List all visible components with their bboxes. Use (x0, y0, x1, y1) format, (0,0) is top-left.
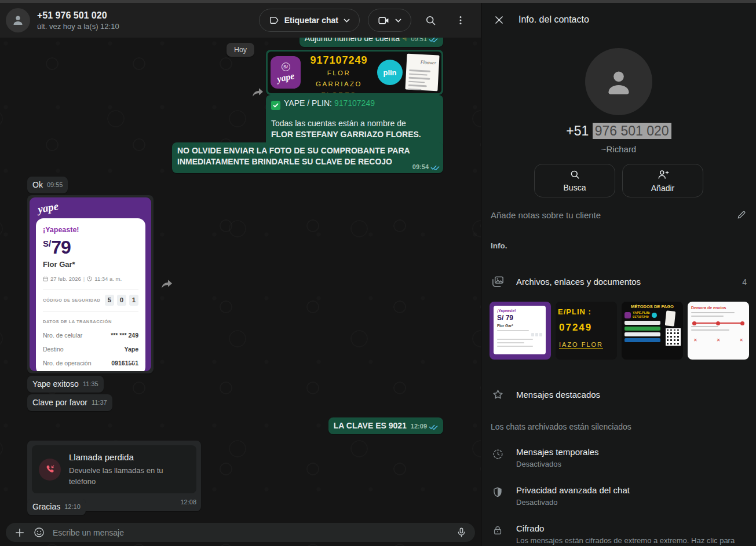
decor-line (408, 77, 430, 79)
search-icon (425, 14, 437, 27)
decor-line (691, 312, 735, 313)
yape-brand-logo: yape (37, 200, 60, 215)
contact-info-header: Info. del contacto (481, 3, 756, 36)
message-sent-payment-banner[interactable]: S/ yape YAPE/PLIN : 917107249 FLOR GARRI… (266, 50, 443, 95)
contact-avatar-large[interactable] (585, 48, 652, 115)
forward-message-icon[interactable] (160, 279, 173, 290)
price-list-paper: Floower (405, 54, 439, 91)
media-thumb-yape-receipt[interactable]: ¡Yapeaste! S/ 79 Flor Gar* (490, 302, 551, 360)
thumb-line: IAZO FLOR (559, 341, 603, 349)
video-call-button[interactable] (368, 9, 411, 32)
message-input[interactable] (53, 528, 448, 537)
receipt-card: ¡Yapeaste! S/79 Flor Gar* 27 feb. 2026 |… (36, 218, 145, 371)
message-time: 09:51 (411, 38, 427, 45)
media-links-docs-row[interactable]: Archivos, enlaces y documentos 4 (491, 275, 747, 288)
search-contact-button[interactable]: Busca (534, 164, 615, 197)
banner-holder-name: FLOR GARRIAZO FLORES (304, 68, 374, 94)
close-panel-button[interactable] (492, 13, 506, 27)
double-check-icon (429, 424, 438, 430)
starred-messages-row[interactable]: Mensajes destacados (491, 389, 747, 401)
message-received-ok[interactable]: Ok 09:55 (27, 177, 68, 193)
receipt-row: Nro. de celular*** *** 249 (43, 330, 138, 341)
yape-s-badge: S/ (282, 63, 290, 71)
chat-header[interactable]: +51 976 501 020 últ. vez hoy a la(s) 12:… (0, 3, 481, 38)
kebab-menu-icon (455, 14, 466, 26)
setting-subtitle: Desactivados (516, 459, 599, 470)
forward-message-icon[interactable] (251, 87, 264, 98)
decor-line (408, 80, 425, 83)
setting-title: Mensajes temporales (516, 447, 599, 457)
missed-call-icon (39, 459, 61, 481)
yape-plin-banner-image[interactable]: S/ yape YAPE/PLIN : 917107249 FLOR GARRI… (268, 52, 441, 93)
decor-line (408, 85, 427, 87)
add-button-label: Añadir (651, 184, 674, 193)
message-text: Clave por favor (32, 397, 87, 408)
search-in-chat-button[interactable] (419, 9, 441, 31)
setting-texts: Mensajes temporales Desactivados (516, 447, 599, 470)
message-received-yape-exitoso[interactable]: Yape exitoso 11:35 (27, 376, 104, 393)
paper-title: Floower (409, 56, 436, 68)
media-thumb-demora-envios[interactable]: Demora de envíos ✕✕✕ (688, 302, 749, 360)
label-chat-button[interactable]: Etiquetar chat (259, 9, 360, 32)
yape-receipt-image[interactable]: yape ¡Yapeaste! S/79 Flor Gar* 27 feb. 2… (30, 197, 151, 371)
emoji-icon[interactable] (33, 526, 45, 538)
media-thumb-yape-plin-banner[interactable]: E/PLIN : 07249 IAZO FLOR (556, 302, 617, 360)
divider (43, 290, 138, 290)
add-contact-button[interactable]: Añadir (622, 164, 703, 197)
date-divider: Hoy (227, 43, 254, 57)
media-thumb-metodos-de-pago[interactable]: MÉTODOS DE PAGO YAPE.PLIN:917107249 (622, 302, 683, 360)
setting-subtitle: Desactivado (516, 497, 630, 508)
message-text: Gracias (32, 501, 60, 512)
phone-prefix: +51 (566, 123, 589, 138)
chat-header-texts[interactable]: +51 976 501 020 últ. vez hoy a la(s) 12:… (37, 10, 259, 31)
thumb-title: MÉTODOS DE PAGO (624, 304, 680, 309)
message-sent-account-note[interactable]: Adjunto número de cuenta ☟ 09:51 (300, 38, 443, 47)
receipt-row: Nro. de operación09161501 (43, 358, 138, 369)
shield-icon (491, 485, 505, 508)
thumb-line: 07249 (559, 322, 617, 334)
message-meta: 09:51 (411, 38, 438, 45)
chat-header-actions: Etiquetar chat (259, 9, 472, 32)
banner-phone-number: 917107249 (304, 55, 374, 66)
disappearing-messages-row[interactable]: Mensajes temporales Desactivados (491, 447, 747, 470)
missed-call-box[interactable]: Llamada perdida Devuelve las llamadas en… (32, 445, 196, 493)
message-sent-reminder[interactable]: NO OLVIDE ENVIAR LA FOTO DE SU COMPROBAN… (172, 142, 443, 173)
message-received-gracias[interactable]: Gracias 12:10 (27, 499, 86, 515)
receipt-security-row: CÓDIGO DE SEGURIDAD 501 (43, 295, 138, 306)
message-received-yape-receipt[interactable]: yape ¡Yapeaste! S/79 Flor Gar* 27 feb. 2… (27, 195, 154, 373)
lock-icon (491, 523, 505, 546)
decor-line (497, 330, 529, 331)
message-line-2: Todas las cuentas están a nombre de (271, 118, 438, 129)
message-meta: 09:54 (412, 162, 440, 173)
message-text: NO OLVIDE ENVIAR LA FOTO DE SU COMPROBAN… (177, 146, 410, 166)
notes-placeholder: Añade notas sobre tu cliente (491, 210, 601, 220)
message-text: Adjunto número de cuenta ☟ (305, 38, 407, 44)
advanced-privacy-row[interactable]: Privacidad avanzada del chat Desactivado (491, 485, 747, 508)
message-list[interactable]: Adjunto número de cuenta ☟ 09:51 Hoy S/ … (0, 38, 481, 521)
info-section-label: Info. (491, 241, 747, 250)
chat-menu-button[interactable] (450, 9, 472, 31)
attach-plus-icon[interactable] (14, 527, 25, 538)
decor-line (691, 316, 724, 317)
message-time: 11:34 (129, 356, 145, 367)
message-input-bar[interactable] (6, 523, 475, 542)
decor-line (497, 339, 533, 340)
message-received-clave-por-favor[interactable]: Clave por favor 11:37 (27, 394, 112, 411)
decor-slip (665, 310, 676, 327)
decor-line (624, 321, 660, 325)
phone-number-link[interactable]: 917107249 (334, 98, 375, 108)
receipt-row: DestinoYape (43, 344, 138, 355)
edit-pencil-icon[interactable] (736, 210, 747, 220)
contact-phone: +51 976 501 020 (481, 123, 756, 139)
clock-icon (87, 276, 92, 281)
yape-mini-logo (624, 312, 631, 318)
missed-call-title: Llamada perdida (69, 452, 189, 463)
message-time: 11:35 (83, 379, 98, 390)
encryption-row[interactable]: Cifrado Los mensajes están cifrados de e… (491, 523, 747, 546)
mic-icon[interactable] (456, 527, 467, 538)
thumb-amount: S/ 79 (497, 314, 542, 322)
contact-avatar[interactable] (6, 8, 30, 32)
message-sent-clave[interactable]: LA CLAVE ES 9021 12:09 (328, 417, 443, 434)
double-check-icon (429, 38, 438, 42)
client-notes-row[interactable]: Añade notas sobre tu cliente (491, 210, 747, 220)
